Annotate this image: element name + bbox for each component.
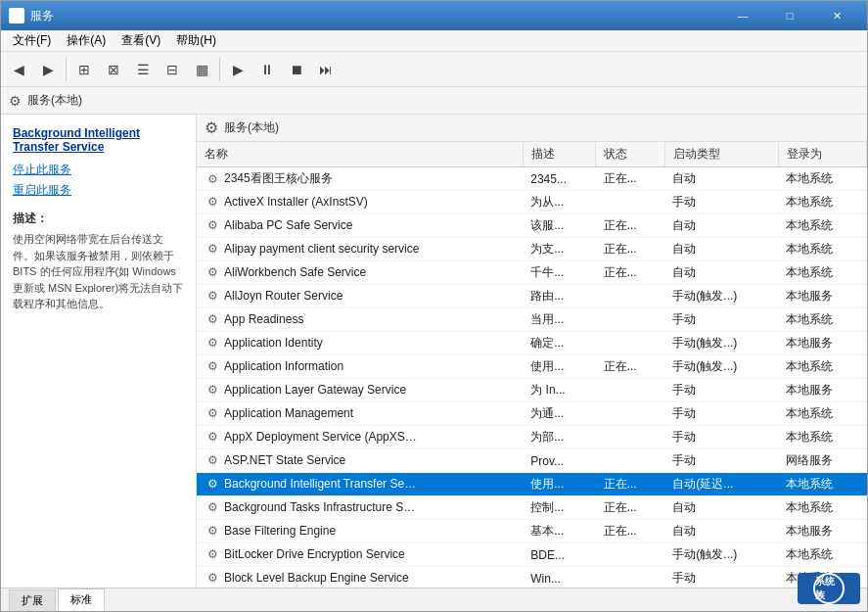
stop-button[interactable]: ⏹ bbox=[283, 56, 310, 83]
service-startup-cell: 手动(触发...) bbox=[664, 332, 778, 355]
service-status-cell: 正在... bbox=[596, 520, 665, 543]
table-row[interactable]: ⚙Application Identity确定...手动(触发...)本地服务 bbox=[197, 332, 867, 355]
view-button-4[interactable]: ⊟ bbox=[159, 56, 186, 83]
service-status-cell: 正在... bbox=[596, 167, 665, 191]
table-row[interactable]: ⚙Application Information使用...正在...手动(触发.… bbox=[197, 355, 867, 379]
service-login-cell: 本地系统 bbox=[778, 426, 866, 449]
service-login-cell: 本地服务 bbox=[778, 520, 866, 543]
service-startup-cell: 手动 bbox=[664, 449, 778, 473]
service-name-cell: ⚙Alipay payment client security service bbox=[197, 238, 523, 259]
menu-view[interactable]: 查看(V) bbox=[114, 30, 168, 51]
table-row[interactable]: ⚙Alibaba PC Safe Service该服...正在...自动本地系统 bbox=[197, 214, 867, 238]
col-header-status[interactable]: 状态 bbox=[596, 142, 665, 167]
service-gear-icon: ⚙ bbox=[205, 264, 220, 280]
forward-button[interactable]: ▶ bbox=[34, 56, 62, 83]
service-name-cell: ⚙Background Intelligent Transfer Service bbox=[197, 473, 523, 494]
menu-help[interactable]: 帮助(H) bbox=[168, 30, 224, 51]
service-gear-icon: ⚙ bbox=[205, 311, 220, 327]
pause-button[interactable]: ⏸ bbox=[253, 56, 281, 83]
desc-text: 使用空闲网络带宽在后台传送文件。如果该服务被禁用，则依赖于 BITS 的任何应用… bbox=[13, 231, 184, 312]
table-row[interactable]: ⚙ASP.NET State ServiceProv...手动网络服务 bbox=[197, 449, 867, 473]
table-row[interactable]: ⚙Application Management为通...手动本地系统 bbox=[197, 402, 867, 426]
service-name-text: ASP.NET State Service bbox=[224, 453, 345, 467]
service-status-cell bbox=[596, 332, 665, 355]
maximize-button[interactable]: □ bbox=[767, 6, 812, 25]
service-name-text: AliWorkbench Safe Service bbox=[224, 265, 366, 279]
table-row[interactable]: ⚙App Readiness当用...手动本地系统 bbox=[197, 308, 867, 332]
table-row[interactable]: ⚙Alipay payment client security service为… bbox=[197, 238, 867, 261]
table-row[interactable]: ⚙AliWorkbench Safe Service千牛...正在...自动本地… bbox=[197, 261, 867, 285]
service-login-cell: 本地服务 bbox=[778, 285, 866, 308]
service-desc-cell: 路由... bbox=[523, 285, 595, 308]
service-login-cell: 本地系统 bbox=[778, 543, 866, 567]
selected-service-title[interactable]: Background Intelligent Transfer Service bbox=[13, 126, 184, 154]
table-row[interactable]: ⚙AllJoyn Router Service路由...手动(触发...)本地服… bbox=[197, 285, 867, 308]
service-startup-cell: 手动 bbox=[664, 191, 778, 214]
view-button-1[interactable]: ⊞ bbox=[70, 56, 98, 83]
service-desc-cell: 确定... bbox=[523, 332, 595, 355]
col-header-startup[interactable]: 启动类型 bbox=[664, 142, 778, 167]
service-name-text: Background Intelligent Transfer Service bbox=[224, 477, 420, 491]
table-row[interactable]: ⚙Application Layer Gateway Service为 In..… bbox=[197, 379, 867, 402]
view-button-3[interactable]: ☰ bbox=[129, 56, 157, 83]
service-desc-cell: 控制... bbox=[523, 496, 595, 520]
service-login-cell: 本地服务 bbox=[778, 379, 866, 402]
watermark: 系统族 bbox=[798, 573, 860, 604]
stop-service-link[interactable]: 停止此服务 bbox=[13, 162, 184, 178]
service-startup-cell: 自动 bbox=[664, 520, 778, 543]
service-startup-cell: 自动 bbox=[664, 496, 778, 520]
service-login-cell: 本地系统 bbox=[778, 496, 866, 520]
col-header-desc[interactable]: 描述 bbox=[523, 142, 595, 167]
service-status-cell bbox=[596, 543, 665, 567]
menu-action[interactable]: 操作(A) bbox=[59, 30, 114, 51]
service-desc-cell: 为通... bbox=[523, 402, 595, 426]
service-gear-icon: ⚙ bbox=[205, 405, 220, 421]
view-button-5[interactable]: ▦ bbox=[188, 56, 215, 83]
tab-standard[interactable]: 标准 bbox=[58, 588, 105, 611]
table-row[interactable]: ⚙Background Tasks Infrastructure Service… bbox=[197, 496, 867, 520]
service-status-cell bbox=[596, 402, 665, 426]
service-status-cell: 正在... bbox=[596, 496, 665, 520]
service-name-text: BitLocker Drive Encryption Service bbox=[224, 547, 405, 561]
service-startup-cell: 手动 bbox=[664, 308, 778, 332]
tab-expand[interactable]: 扩展 bbox=[9, 589, 56, 611]
service-name-cell: ⚙Application Identity bbox=[197, 332, 523, 353]
window-title: 服务 bbox=[30, 8, 54, 24]
start-button[interactable]: ▶ bbox=[224, 56, 251, 83]
table-row[interactable]: ⚙Background Intelligent Transfer Service… bbox=[197, 473, 867, 496]
minimize-button[interactable]: — bbox=[720, 6, 765, 25]
service-gear-icon: ⚙ bbox=[205, 570, 220, 586]
table-row[interactable]: ⚙Block Level Backup Engine ServiceWin...… bbox=[197, 567, 867, 588]
toolbar-separator-2 bbox=[219, 58, 220, 81]
menu-file[interactable]: 文件(F) bbox=[5, 30, 59, 51]
back-button[interactable]: ◀ bbox=[5, 56, 32, 83]
service-gear-icon: ⚙ bbox=[205, 429, 220, 445]
table-row[interactable]: ⚙AppX Deployment Service (AppXSVC)为部...手… bbox=[197, 426, 867, 449]
service-status-cell bbox=[596, 308, 665, 332]
title-bar-left: ⚙ 服务 bbox=[9, 8, 54, 24]
service-name-cell: ⚙AllJoyn Router Service bbox=[197, 285, 523, 306]
service-login-cell: 本地系统 bbox=[778, 214, 866, 238]
service-desc-cell: 使用... bbox=[523, 355, 595, 379]
restart-button[interactable]: ⏭ bbox=[312, 56, 340, 83]
table-row[interactable]: ⚙2345看图王核心服务2345...正在...自动本地系统 bbox=[197, 167, 867, 191]
restart-service-link[interactable]: 重启此服务 bbox=[13, 182, 184, 199]
service-startup-cell: 自动 bbox=[664, 238, 778, 261]
view-button-2[interactable]: ⊠ bbox=[100, 56, 127, 83]
col-header-login[interactable]: 登录为 bbox=[778, 142, 866, 167]
service-name-text: Application Management bbox=[224, 406, 353, 420]
service-name-cell: ⚙AliWorkbench Safe Service bbox=[197, 261, 523, 283]
table-row[interactable]: ⚙ActiveX Installer (AxInstSV)为从...手动本地系统 bbox=[197, 191, 867, 214]
table-row[interactable]: ⚙Base Filtering Engine基本...正在...自动本地服务 bbox=[197, 520, 867, 543]
window-controls: — □ ✕ bbox=[720, 6, 859, 25]
col-header-name[interactable]: 名称 bbox=[197, 142, 523, 167]
close-button[interactable]: ✕ bbox=[814, 6, 859, 25]
service-desc-cell: Win... bbox=[523, 567, 595, 588]
service-name-cell: ⚙2345看图王核心服务 bbox=[197, 167, 523, 190]
service-name-cell: ⚙BitLocker Drive Encryption Service bbox=[197, 543, 523, 565]
service-login-cell: 本地系统 bbox=[778, 473, 866, 496]
service-gear-icon: ⚙ bbox=[205, 523, 220, 539]
table-row[interactable]: ⚙BitLocker Drive Encryption ServiceBDE..… bbox=[197, 543, 867, 567]
service-name-cell: ⚙ASP.NET State Service bbox=[197, 449, 523, 471]
service-table[interactable]: 名称 描述 状态 启动类型 登录为 ⚙2345看图王核心服务2345...正在.… bbox=[197, 142, 867, 588]
